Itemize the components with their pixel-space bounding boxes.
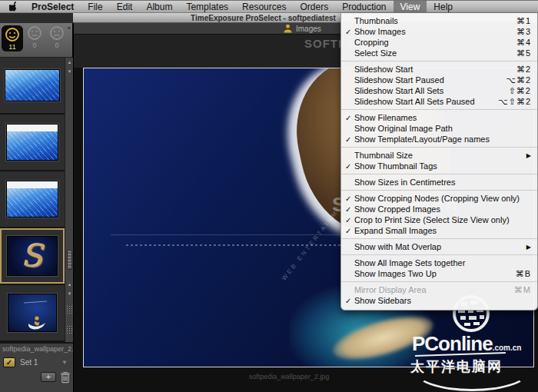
menu-item-show-all-image-sets-together[interactable]: Show All Image Sets together xyxy=(341,257,537,268)
filter-sad[interactable]: 0 xyxy=(46,25,68,51)
menu-separator xyxy=(341,190,537,191)
view-menu-dropdown: Thumbnails⌘1 ✓Show Images⌘3 Cropping⌘4 S… xyxy=(340,13,538,311)
menubar-item-view[interactable]: View xyxy=(394,1,427,12)
checkmark: ✓ xyxy=(345,205,354,214)
thumbnail-image xyxy=(6,181,58,218)
set-checkbox[interactable]: ✓ xyxy=(3,357,15,367)
menu-item-label: Thumbnail Size xyxy=(354,151,520,160)
menubar-item-production[interactable]: Production xyxy=(335,1,393,12)
menu-item-thumbnail-size[interactable]: Thumbnail Size▶ xyxy=(341,150,537,161)
tag-filters: 11 0 0 xyxy=(0,23,72,51)
menubar-item-help[interactable]: Help xyxy=(427,1,460,12)
menu-item-cropping[interactable]: Cropping⌘4 xyxy=(341,37,537,48)
checkmark: ✓ xyxy=(345,194,354,203)
menu-item-select-size[interactable]: Select Size⌘5 xyxy=(341,48,537,58)
menubar-item-edit[interactable]: Edit xyxy=(110,1,140,12)
menubar-item-orders[interactable]: Orders xyxy=(293,1,335,12)
filter-happy[interactable]: 11 xyxy=(2,25,23,51)
thumbnail-ocean-3[interactable] xyxy=(0,171,65,228)
menu-item-slideshow-start[interactable]: Slideshow Start⌘2 xyxy=(341,64,537,75)
filter-neutral[interactable]: 0 xyxy=(24,25,45,51)
menu-item-thumbnails[interactable]: Thumbnails⌘1 xyxy=(341,15,537,26)
scroll-down-2-icon[interactable]: ▼ xyxy=(65,291,74,296)
menu-item-label: Show All Image Sets together xyxy=(354,258,531,267)
neutral-face-icon xyxy=(27,25,42,41)
sidebar: ◂ 11 0 0 S xyxy=(0,23,73,392)
menubar-item-proselect[interactable]: ProSelect xyxy=(25,1,81,12)
checkmark: ✓ xyxy=(345,135,354,144)
thumbnail-ocean-2[interactable] xyxy=(0,115,65,171)
menu-item-label: Thumbnails xyxy=(354,16,510,25)
menu-item-slideshow-start-all-sets[interactable]: Slideshow Start All Sets⇧⌘2 xyxy=(341,85,537,96)
menu-item-label: Show Images xyxy=(354,27,510,36)
menu-separator xyxy=(341,238,537,239)
sidebar-footer: softpedia_wallpaper_2.jpg ✓ Set 1 ▼ + xyxy=(0,342,73,392)
menu-item-show-template-layout-page-names[interactable]: ✓Show Template/Layout/Page names xyxy=(341,134,537,145)
menu-item-show-cropping-nodes[interactable]: ✓Show Cropping Nodes (Cropping View only… xyxy=(341,193,537,204)
menu-item-expand-small-images[interactable]: ✓Expand Small Images xyxy=(341,225,537,236)
filter-count: 0 xyxy=(32,42,36,49)
menu-shortcut: ⌘1 xyxy=(516,16,531,26)
titlebar-gap xyxy=(0,13,73,23)
menu-item-show-with-mat-overlap[interactable]: Show with Mat Overlap▶ xyxy=(341,241,537,252)
menu-item-show-sidebars[interactable]: ✓Show Sidebars xyxy=(341,295,537,306)
menu-shortcut: ⌘M xyxy=(514,285,531,295)
menu-item-label: Show Original Image Path xyxy=(354,124,531,133)
scrollbar-thumb[interactable] xyxy=(67,250,72,270)
menu-item-label: Show Template/Layout/Page names xyxy=(354,135,531,144)
menu-separator xyxy=(341,281,537,282)
thumbnail-size-large-icon[interactable] xyxy=(66,325,73,334)
set-buttons-row: + xyxy=(0,372,73,386)
menu-shortcut: ⌥⌘2 xyxy=(506,75,531,85)
menu-item-slideshow-start-paused[interactable]: Slideshow Start Paused⌥⌘2 xyxy=(341,75,537,85)
set-selector-row: ✓ Set 1 ▼ xyxy=(0,355,73,369)
add-set-button[interactable]: + xyxy=(41,372,56,382)
menu-item-label: Slideshow Start xyxy=(354,65,510,74)
thumbnail-moon-figure[interactable] xyxy=(0,285,65,342)
menu-shortcut: ⌥⇧⌘2 xyxy=(498,97,531,107)
set-dropdown-icon[interactable]: ▼ xyxy=(61,359,68,366)
menu-separator xyxy=(341,61,537,61)
menu-item-label: Show Sizes in Centimetres xyxy=(354,178,531,187)
menu-item-label: Show Cropped Images xyxy=(354,204,531,214)
scroll-up-2-icon[interactable]: ▲ xyxy=(65,282,74,287)
menu-item-mirror-display-area: Mirror Display Area⌘M xyxy=(341,284,537,295)
menu-item-show-original-image-path[interactable]: Show Original Image Path xyxy=(341,123,537,134)
thumbnail-image: S xyxy=(7,236,58,276)
menubar-item-resources[interactable]: Resources xyxy=(235,1,293,12)
menu-item-slideshow-start-all-sets-paused[interactable]: Slideshow Start All Sets Paused⌥⇧⌘2 xyxy=(341,96,537,107)
menu-item-show-images-two-up[interactable]: Show Images Two Up⌘B xyxy=(341,268,537,279)
menubar-item-templates[interactable]: Templates xyxy=(179,1,235,12)
collapse-arrow-icon[interactable]: ◂ xyxy=(67,25,70,31)
menu-item-show-cropped-images[interactable]: ✓Show Cropped Images xyxy=(341,204,537,214)
thumbnail-letter-s[interactable]: S xyxy=(0,228,65,285)
menu-item-show-thumbnail-tags[interactable]: ✓Show Thumbnail Tags xyxy=(341,161,537,171)
menubar-item-album[interactable]: Album xyxy=(139,1,179,12)
checkmark: ✓ xyxy=(345,216,354,224)
menu-item-label: Show Images Two Up xyxy=(354,269,510,278)
images-tab[interactable]: Images xyxy=(283,24,321,33)
s-glyph: S xyxy=(22,241,42,271)
apple-menu[interactable] xyxy=(0,1,25,12)
menu-item-crop-to-print-size[interactable]: ✓Crop to Print Size (Select Size View on… xyxy=(341,214,537,225)
thumbnail-size-small-icon[interactable] xyxy=(66,305,73,314)
menu-item-show-sizes-in-centimetres[interactable]: Show Sizes in Centimetres xyxy=(341,177,537,188)
images-tab-label: Images xyxy=(296,25,321,33)
menubar-item-file[interactable]: File xyxy=(81,1,109,12)
menu-shortcut: ⌘B xyxy=(516,269,531,279)
scroll-down-icon[interactable]: ▼ xyxy=(65,69,74,74)
sidebar-scrollbar[interactable]: ▲ ▼ ▲ ▼ xyxy=(65,58,73,342)
brand-domain: .com.cn xyxy=(493,344,522,352)
menu-separator xyxy=(341,254,537,255)
menu-shortcut: ⌘3 xyxy=(516,27,531,37)
menu-item-label: Show with Mat Overlap xyxy=(354,242,520,251)
menu-item-label: Show Sidebars xyxy=(354,296,531,305)
filter-count: 0 xyxy=(55,42,58,49)
menu-item-show-images[interactable]: ✓Show Images⌘3 xyxy=(341,26,537,37)
scroll-up-icon[interactable]: ▲ xyxy=(65,60,74,65)
thumbnail-ocean-1[interactable] xyxy=(0,58,65,115)
menu-item-show-filenames[interactable]: ✓Show Filenames xyxy=(341,112,537,123)
menu-item-label: Show Cropping Nodes (Cropping View only) xyxy=(354,194,531,203)
trash-icon[interactable] xyxy=(60,371,71,384)
person-icon xyxy=(283,24,293,33)
